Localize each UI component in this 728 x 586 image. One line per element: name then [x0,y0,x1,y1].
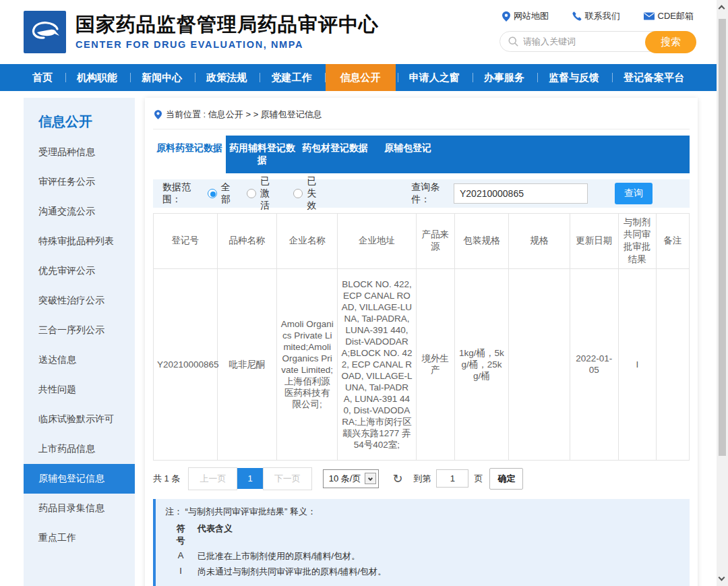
scrollbar-thumb[interactable] [719,19,726,456]
cell-product-name: 吡非尼酮 [217,268,276,460]
cell-source: 境外生产 [416,268,454,460]
next-page-button[interactable]: 下一页 [263,467,312,490]
mail-link[interactable]: CDE邮箱 [644,10,694,22]
sidebar-item-key-work[interactable]: 重点工作 [24,523,135,553]
prev-page-button[interactable]: 上一页 [188,467,237,490]
sitemap-label: 网站地图 [514,10,549,22]
note-title: 注： “与制剂共同审评审批结果” 释义： [165,506,680,518]
breadcrumb: 当前位置 : 信息公开 > > 原辅包登记信息 [153,103,690,129]
note-meaning-a: 已批准在上市制剂使用的原料/辅料/包材。 [198,550,360,562]
search-icon [508,36,518,47]
nav-registration-platform[interactable]: 登记备案平台 [613,64,695,91]
main-content: 当前位置 : 信息公开 > > 原辅包登记信息 原料药登记数据 药用辅料登记数据… [145,98,698,586]
nav-policy[interactable]: 政策法规 [195,64,257,91]
sidebar-item-communication[interactable]: 沟通交流公示 [24,197,135,227]
radio-active-control[interactable] [247,189,256,198]
chevron-up-icon[interactable] [719,5,725,12]
map-pin-icon [502,11,510,22]
page-size-select[interactable]: 10 条/页 [323,469,380,488]
note-box: 注： “与制剂共同审评审批结果” 释义： 符号 代表含义 A 已批准在上市制剂使… [153,499,690,586]
sidebar-item-common-issues[interactable]: 共性问题 [24,375,135,405]
search-input[interactable] [523,36,624,47]
nav-info-disclosure[interactable]: 信息公开 [326,64,396,91]
cell-company-address: BLOCK NO. 422, ECP CANAL ROAD, VILLAGE-L… [338,268,416,460]
sidebar-title: 信息公开 [24,98,135,138]
sidebar-item-special-approval[interactable]: 特殊审批品种列表 [24,227,135,256]
col-reg-no: 登记号 [154,214,218,269]
query-input[interactable] [454,183,588,204]
phone-icon [572,11,582,21]
chevron-down-icon[interactable] [719,575,725,581]
nav-functions[interactable]: 机构职能 [66,64,128,91]
refresh-icon[interactable]: ↻ [392,473,402,485]
vertical-scrollbar[interactable] [717,0,728,586]
col-package-spec: 包装规格 [454,214,508,269]
cell-company-name: Amoli Organics Private Limited;Amoli Org… [276,268,338,460]
query-button[interactable]: 查询 [615,183,653,204]
note-meaning-header: 代表含义 [198,523,233,547]
cell-update-date: 2022-01-05 [570,268,618,460]
nav-supervision[interactable]: 监督与反馈 [538,64,610,91]
filter-bar: 数据范围： 全部 已激活 已失效 查询条件： [153,179,690,208]
site-title: 国家药品监督管理局药品审评中心 [75,14,379,36]
col-update-date: 更新日期 [570,214,618,269]
note-columns: 符号 代表含义 [165,523,680,547]
confirm-button[interactable]: 确定 [489,468,523,490]
sidebar-item-drug-catalog[interactable]: 药品目录集信息 [24,494,135,523]
search-bar: 搜索 [499,31,696,52]
note-meaning-i: 尚未通过与制剂共同审评审批的原料/辅料/包材。 [198,566,386,578]
note-symbol-i: I [173,566,188,578]
main-nav: 首页 机构职能 新闻中心 政策法规 党建工作 信息公开 申请人之窗 办事服务 监… [0,64,717,91]
nav-news[interactable]: 新闻中心 [131,64,193,91]
radio-all[interactable]: 全部 [208,181,232,206]
sidebar-item-breakthrough-therapy[interactable]: 突破性治疗公示 [24,286,135,316]
cell-joint-result: I [619,268,657,460]
contact-label: 联系我们 [585,10,620,22]
nav-services[interactable]: 办事服务 [473,64,535,91]
tab-excipient-data[interactable]: 药用辅料登记数据 [226,136,299,173]
site-header: 国家药品监督管理局药品审评中心 CENTER FOR DRUG EVALUATI… [0,0,717,64]
goto-page-input[interactable] [436,469,468,488]
nav-party[interactable]: 党建工作 [260,64,322,91]
tab-packaging-data[interactable]: 药包材登记数据 [299,136,371,173]
col-spec: 规格 [509,214,570,269]
radio-expired[interactable]: 已失效 [293,175,325,212]
radio-active[interactable]: 已激活 [247,175,278,212]
query-label: 查询条件： [411,181,450,206]
cell-reg-no: Y20210000865 [154,268,218,460]
tab-registration[interactable]: 原辅包登记 [371,136,444,173]
sitemap-link[interactable]: 网站地图 [502,10,549,22]
sidebar-item-clinical-trial[interactable]: 临床试验默示许可 [24,405,135,434]
tab-api-data[interactable]: 原料药登记数据 [153,136,226,173]
nav-applicant[interactable]: 申请人之窗 [398,64,471,91]
goto-label: 到第 [413,473,431,485]
radio-all-control[interactable] [208,189,217,198]
mail-label: CDE邮箱 [658,10,694,22]
total-count: 共 1 条 [153,473,180,485]
sidebar-item-review-tasks[interactable]: 审评任务公示 [24,167,135,197]
radio-expired-control[interactable] [293,189,303,198]
sidebar-item-three-in-one[interactable]: 三合一序列公示 [24,316,135,345]
col-company-name: 企业名称 [276,214,338,269]
note-symbol-a: A [173,550,188,562]
radio-active-label: 已激活 [260,175,278,212]
contact-link[interactable]: 联系我们 [572,10,620,22]
search-button[interactable]: 搜索 [645,31,696,53]
current-page-button[interactable]: 1 [237,468,262,489]
radio-expired-label: 已失效 [307,175,325,212]
cell-spec [509,268,570,460]
mail-icon [644,12,655,20]
sidebar-item-marketed-drugs[interactable]: 上市药品信息 [24,434,135,464]
goto-unit: 页 [474,473,483,485]
tab-bar: 原料药登记数据 药用辅料登记数据 药包材登记数据 原辅包登记 [153,136,690,173]
nav-home[interactable]: 首页 [22,64,63,91]
sidebar-item-delivery-info[interactable]: 送达信息 [24,345,135,375]
note-symbol-header: 符号 [173,523,188,547]
sidebar-item-excipient-registration[interactable]: 原辅包登记信息 [24,464,135,494]
sidebar-item-accepted-products[interactable]: 受理品种信息 [24,138,135,167]
scope-label: 数据范围： [162,181,201,206]
select-arrow-icon [365,473,376,484]
page-body: 信息公开 受理品种信息 审评任务公示 沟通交流公示 特殊审批品种列表 优先审评公… [0,91,717,586]
sidebar-item-priority-review[interactable]: 优先审评公示 [24,256,135,286]
col-product-name: 品种名称 [217,214,276,269]
